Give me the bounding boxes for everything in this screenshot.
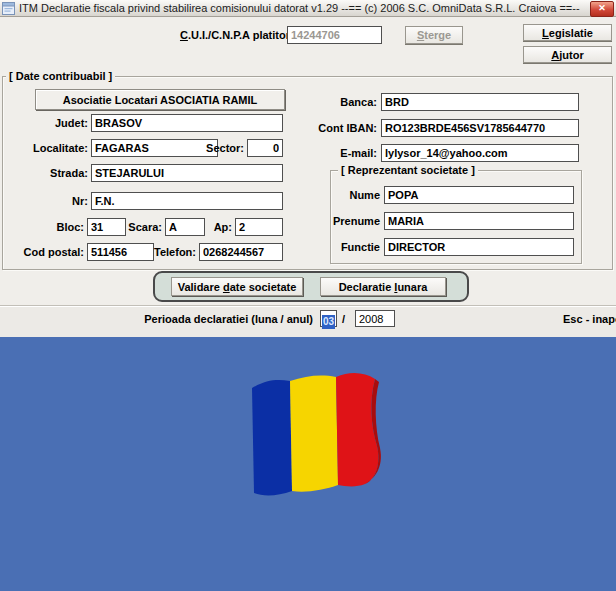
banca-input[interactable] bbox=[381, 93, 579, 111]
esc-hint: Esc - inapo bbox=[563, 313, 616, 325]
nume-input[interactable] bbox=[384, 186, 574, 204]
functie-label: Functie bbox=[325, 241, 380, 253]
banca-label: Banca: bbox=[300, 96, 377, 108]
sterge-rest: terge bbox=[424, 29, 451, 41]
prenume-label: Prenume bbox=[320, 215, 380, 227]
prenume-input[interactable] bbox=[384, 212, 574, 230]
iban-label: Cont IBAN: bbox=[295, 122, 377, 134]
ajutor-button[interactable]: Ajutor bbox=[523, 46, 612, 63]
close-icon[interactable]: ✕ bbox=[590, 1, 614, 17]
validare-post: ate societate bbox=[230, 281, 297, 293]
legislatie-button[interactable]: Legislatie bbox=[523, 24, 612, 41]
period-separator: / bbox=[342, 313, 345, 325]
scara-input[interactable] bbox=[165, 218, 205, 236]
app-icon bbox=[2, 2, 15, 15]
cui-label-rest: .U.I./C.N.P.A platitor bbox=[188, 29, 290, 41]
app-window: ITM Declaratie fiscala privind stabilire… bbox=[0, 0, 616, 591]
strada-label: Strada: bbox=[6, 167, 88, 179]
validare-accel: d bbox=[223, 281, 230, 293]
cod-postal-label: Cod postal: bbox=[2, 246, 84, 258]
sector-input[interactable] bbox=[247, 139, 283, 157]
validare-date-button[interactable]: Validare date societate bbox=[171, 277, 303, 296]
sterge-button[interactable]: Sterge bbox=[405, 26, 463, 44]
declaratie-post: unara bbox=[397, 281, 427, 293]
date-contribuabil-frame-label: [ Date contribuabil ] bbox=[6, 70, 115, 82]
bloc-label: Bloc: bbox=[6, 221, 84, 233]
ap-input[interactable] bbox=[235, 218, 283, 236]
cui-input[interactable] bbox=[287, 26, 382, 44]
ajutor-rest: jutor bbox=[559, 49, 583, 61]
cui-label-accel: C bbox=[180, 29, 188, 41]
functie-input[interactable] bbox=[384, 238, 574, 256]
perioada-label: Perioada declaratiei (luna / anul) bbox=[125, 313, 313, 325]
localitate-label: Localitate: bbox=[6, 142, 88, 154]
month-selected-value: 03 bbox=[322, 315, 335, 329]
title-bar: ITM Declaratie fiscala privind stabilire… bbox=[0, 0, 616, 17]
localitate-input[interactable] bbox=[91, 139, 218, 157]
cod-postal-input[interactable] bbox=[87, 243, 154, 261]
declaratie-lunara-button[interactable]: Declaratie lunara bbox=[320, 277, 446, 296]
year-input[interactable] bbox=[355, 310, 395, 327]
email-input[interactable] bbox=[381, 144, 579, 162]
nume-label: Nume bbox=[330, 189, 380, 201]
reprezentant-frame-label: [ Reprezentant societate ] bbox=[338, 164, 478, 176]
telefon-input[interactable] bbox=[199, 243, 283, 261]
romania-flag-image bbox=[238, 366, 392, 512]
cui-label: C.U.I./C.N.P.A platitor bbox=[150, 29, 290, 41]
legislatie-rest: egislatie bbox=[549, 27, 593, 39]
month-input[interactable]: 03 bbox=[320, 310, 337, 327]
ap-label: Ap: bbox=[205, 221, 232, 233]
iban-input[interactable] bbox=[381, 119, 579, 137]
declaratie-pre: Declaratie bbox=[339, 281, 395, 293]
telefon-label: Telefon: bbox=[150, 246, 196, 258]
sector-label: Sector: bbox=[203, 142, 244, 154]
strada-input[interactable] bbox=[91, 164, 283, 182]
nr-label: Nr: bbox=[6, 195, 88, 207]
scara-label: Scara: bbox=[120, 221, 162, 233]
judet-input[interactable] bbox=[91, 114, 283, 132]
nr-input[interactable] bbox=[91, 192, 283, 210]
asociatie-button[interactable]: Asociatie Locatari ASOCIATIA RAMIL bbox=[35, 89, 285, 110]
email-label: E-mail: bbox=[300, 147, 377, 159]
validare-pre: Validare bbox=[178, 281, 223, 293]
judet-label: Judet: bbox=[6, 117, 88, 129]
window-title: ITM Declaratie fiscala privind stabilire… bbox=[19, 2, 580, 14]
legislatie-accel: L bbox=[542, 27, 549, 39]
